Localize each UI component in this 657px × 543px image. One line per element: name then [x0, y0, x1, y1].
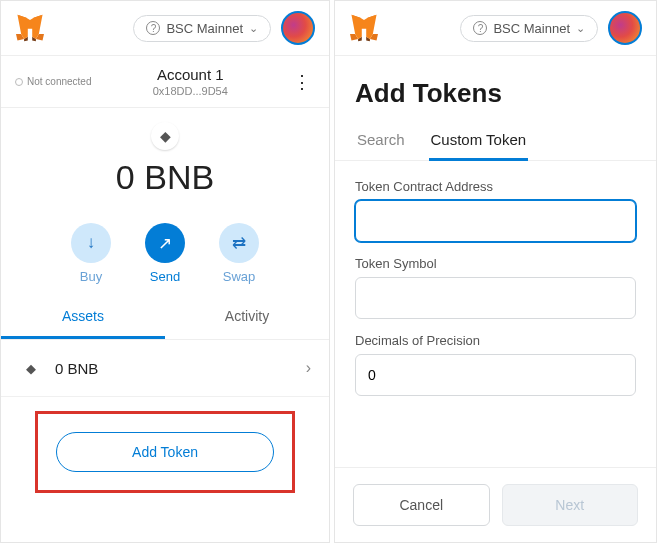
download-icon: ↓ [71, 223, 111, 263]
network-label: BSC Mainnet [166, 21, 243, 36]
question-icon: ? [146, 21, 160, 35]
header-right: ? BSC Mainnet ⌄ [133, 11, 315, 45]
tab-custom-token[interactable]: Custom Token [429, 121, 529, 161]
footer-buttons: Cancel Next [335, 467, 656, 542]
buy-button[interactable]: ↓ Buy [71, 223, 111, 284]
header-bar: ? BSC Mainnet ⌄ [1, 1, 329, 56]
chevron-right-icon: › [306, 359, 311, 377]
chevron-down-icon: ⌄ [249, 22, 258, 35]
wallet-main-panel: ? BSC Mainnet ⌄ Not connected Account 1 … [0, 0, 330, 543]
token-symbol-label: Token Symbol [355, 256, 636, 271]
connection-status[interactable]: Not connected [15, 76, 92, 87]
swap-icon: ⇄ [219, 223, 259, 263]
balance-text: 0 BNB [116, 158, 214, 197]
page-title: Add Tokens [335, 56, 656, 121]
asset-row-bnb[interactable]: ◆ 0 BNB › [1, 340, 329, 397]
question-icon: ? [473, 21, 487, 35]
tab-assets[interactable]: Assets [1, 296, 165, 339]
tab-search[interactable]: Search [355, 121, 407, 160]
network-selector[interactable]: ? BSC Mainnet ⌄ [460, 15, 598, 42]
decimals-group: Decimals of Precision [355, 333, 636, 396]
connection-dot-icon [15, 78, 23, 86]
account-avatar[interactable] [608, 11, 642, 45]
account-info[interactable]: Account 1 0x18DD...9D54 [92, 66, 290, 97]
account-address: 0x18DD...9D54 [92, 85, 290, 97]
add-token-tabs: Search Custom Token [335, 121, 656, 161]
action-row: ↓ Buy ↗ Send ⇄ Swap [1, 205, 329, 296]
tab-activity[interactable]: Activity [165, 296, 329, 339]
account-avatar[interactable] [281, 11, 315, 45]
add-tokens-panel: ? BSC Mainnet ⌄ Add Tokens Search Custom… [334, 0, 657, 543]
send-button[interactable]: ↗ Send [145, 223, 185, 284]
contract-address-label: Token Contract Address [355, 179, 636, 194]
contract-address-group: Token Contract Address [355, 179, 636, 242]
token-symbol-group: Token Symbol [355, 256, 636, 319]
chevron-down-icon: ⌄ [576, 22, 585, 35]
add-token-highlight: Add Token [35, 411, 295, 493]
metamask-fox-icon [15, 14, 45, 42]
network-label: BSC Mainnet [493, 21, 570, 36]
account-name: Account 1 [92, 66, 290, 83]
decimals-label: Decimals of Precision [355, 333, 636, 348]
asset-balance-label: 0 BNB [55, 360, 98, 377]
network-selector[interactable]: ? BSC Mainnet ⌄ [133, 15, 271, 42]
eth-diamond-icon: ◆ [151, 122, 179, 150]
next-button[interactable]: Next [502, 484, 639, 526]
token-symbol-input[interactable] [355, 277, 636, 319]
header-right: ? BSC Mainnet ⌄ [460, 11, 642, 45]
eth-diamond-icon: ◆ [19, 356, 43, 380]
arrow-upright-icon: ↗ [145, 223, 185, 263]
swap-button[interactable]: ⇄ Swap [219, 223, 259, 284]
metamask-fox-icon [349, 14, 379, 42]
header-bar: ? BSC Mainnet ⌄ [335, 1, 656, 56]
add-token-button[interactable]: Add Token [56, 432, 274, 472]
balance-area: ◆ 0 BNB [1, 108, 329, 205]
tabs-bar: Assets Activity [1, 296, 329, 340]
contract-address-input[interactable] [355, 200, 636, 242]
account-options-menu[interactable]: ⋮ [289, 71, 315, 93]
decimals-input[interactable] [355, 354, 636, 396]
custom-token-form: Token Contract Address Token Symbol Deci… [335, 161, 656, 467]
account-row: Not connected Account 1 0x18DD...9D54 ⋮ [1, 56, 329, 108]
cancel-button[interactable]: Cancel [353, 484, 490, 526]
